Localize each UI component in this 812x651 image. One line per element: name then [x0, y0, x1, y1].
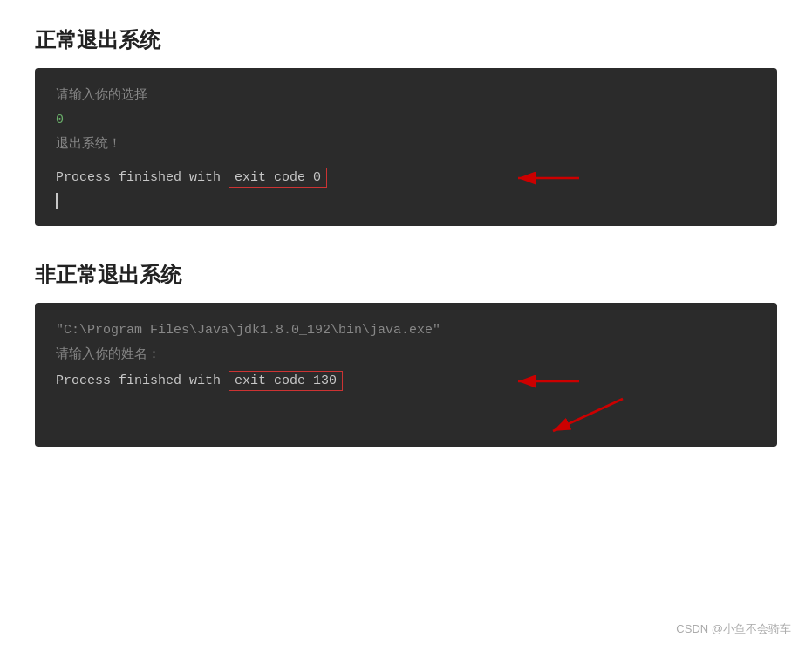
terminal-normal: 请输入你的选择 0 退出系统！ Process finished with ex…: [35, 68, 777, 226]
arrow-icon-abnormal-2: [544, 394, 631, 438]
process-finished-line-normal: Process finished with exit code 0: [56, 168, 756, 188]
terminal-path-line: "C:\Program Files\Java\jdk1.8.0_192\bin\…: [56, 320, 756, 341]
watermark: CSDN @小鱼不会骑车: [676, 621, 791, 637]
process-prefix-normal: Process finished with: [56, 170, 229, 185]
arrow-below-abnormal: [56, 394, 756, 429]
arrow-icon-normal: [509, 165, 579, 191]
section-title-abnormal: 非正常退出系统: [35, 261, 777, 289]
arrow-icon-abnormal: [509, 368, 579, 394]
section-abnormal-exit: 非正常退出系统 "C:\Program Files\Java\jdk1.8.0_…: [35, 261, 777, 447]
cursor-line-normal: [56, 193, 756, 209]
terminal-input-name: 请输入你的姓名：: [56, 345, 756, 366]
section-title-normal: 正常退出系统: [35, 26, 777, 54]
section-normal-exit: 正常退出系统 请输入你的选择 0 退出系统！ Process finished …: [35, 26, 777, 226]
process-prefix-abnormal: Process finished with: [56, 373, 229, 388]
terminal-abnormal: "C:\Program Files\Java\jdk1.8.0_192\bin\…: [35, 303, 777, 447]
terminal-line-2: 0: [56, 110, 756, 131]
svg-line-5: [553, 399, 623, 431]
process-finished-line-abnormal: Process finished with exit code 130: [56, 371, 756, 391]
cursor-normal: [56, 193, 58, 209]
terminal-line-3: 退出系统！: [56, 134, 756, 155]
exit-code-abnormal: exit code 130: [229, 371, 343, 391]
exit-code-normal: exit code 0: [229, 168, 327, 188]
terminal-line-1: 请输入你的选择: [56, 86, 756, 106]
